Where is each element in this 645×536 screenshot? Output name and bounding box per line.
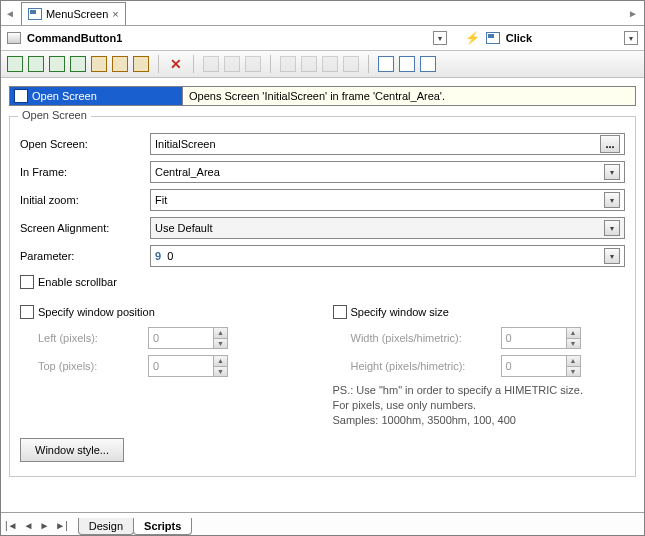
screen-alignment-label: Screen Alignment: [20, 222, 150, 234]
chevron-down-icon[interactable]: ▾ [604, 164, 620, 180]
tool-icon-2[interactable] [28, 56, 44, 72]
initial-zoom-field[interactable]: Fit ▾ [150, 189, 625, 211]
top-value: 0 [149, 356, 213, 376]
object-selector-label: CommandButton1 [27, 32, 122, 44]
specify-position-row[interactable]: Specify window position [20, 305, 313, 319]
spin-down-icon: ▼ [213, 366, 227, 377]
event-selector-label: Click [506, 32, 532, 44]
open-screen-group: Open Screen Open Screen: InitialScreen .… [9, 116, 636, 477]
left-stepper: 0 ▲▼ [148, 327, 228, 349]
tool-icon-4[interactable] [70, 56, 86, 72]
in-frame-field[interactable]: Central_Area ▾ [150, 161, 625, 183]
nav-first-icon[interactable]: |◄ [5, 520, 18, 531]
tab-scroll-left-icon[interactable]: ◄ [5, 8, 15, 19]
editor-tab-menuscreen[interactable]: MenuScreen × [21, 2, 126, 25]
window-style-label: Window style... [35, 444, 109, 456]
specify-position-label: Specify window position [38, 306, 155, 318]
specify-position-checkbox[interactable] [20, 305, 34, 319]
tool-icon-doc2[interactable] [399, 56, 415, 72]
in-frame-label: In Frame: [20, 166, 150, 178]
tool-icon-5[interactable] [91, 56, 107, 72]
top-label: Top (pixels): [20, 360, 148, 372]
in-frame-value: Central_Area [155, 166, 220, 178]
width-label: Width (pixels/himetric): [333, 332, 501, 344]
tool-disabled-1 [203, 56, 219, 72]
open-screen-icon [14, 89, 28, 103]
enable-scrollbar-checkbox[interactable] [20, 275, 34, 289]
tool-disabled-4 [280, 56, 296, 72]
width-value: 0 [502, 328, 566, 348]
action-toolbar: ✕ [1, 51, 644, 78]
event-icon: ⚡ [465, 31, 480, 45]
action-description-cell: Opens Screen 'InitialScreen' in frame 'C… [182, 87, 635, 105]
enable-scrollbar-row[interactable]: Enable scrollbar [20, 275, 625, 289]
left-value: 0 [149, 328, 213, 348]
width-stepper: 0 ▲▼ [501, 327, 581, 349]
tool-disabled-5 [301, 56, 317, 72]
specify-size-row[interactable]: Specify window size [333, 305, 626, 319]
group-title: Open Screen [18, 109, 91, 121]
tool-icon-6[interactable] [112, 56, 128, 72]
app-window: { "tab": { "title": "MenuScreen" }, "sel… [0, 0, 645, 536]
nav-prev-icon[interactable]: ◄ [24, 520, 34, 531]
spin-down-icon: ▼ [566, 366, 580, 377]
object-dropdown-icon[interactable]: ▾ [433, 31, 447, 45]
initial-zoom-label: Initial zoom: [20, 194, 150, 206]
tab-nav-buttons: |◄ ◄ ► ►| [5, 520, 68, 531]
toolbar-sep-3 [270, 55, 271, 73]
action-description-text: Opens Screen 'InitialScreen' in frame 'C… [189, 90, 445, 102]
specify-size-label: Specify window size [351, 306, 449, 318]
toolbar-sep-2 [193, 55, 194, 73]
spin-down-icon: ▼ [566, 338, 580, 349]
chevron-down-icon[interactable]: ▾ [604, 248, 620, 264]
tool-icon-3[interactable] [49, 56, 65, 72]
tab-title: MenuScreen [46, 8, 108, 20]
chevron-down-icon[interactable]: ▾ [604, 192, 620, 208]
nav-last-icon[interactable]: ►| [55, 520, 68, 531]
tool-disabled-3 [245, 56, 261, 72]
parameter-field[interactable]: 9 0 ▾ [150, 245, 625, 267]
height-stepper: 0 ▲▼ [501, 355, 581, 377]
specify-size-checkbox[interactable] [333, 305, 347, 319]
tab-scripts[interactable]: Scripts [133, 518, 192, 535]
himetric-hint: PS.: Use "hm" in order to specify a HIME… [333, 383, 626, 428]
open-screen-value: InitialScreen [155, 138, 216, 150]
content-area: Open Screen Opens Screen 'InitialScreen'… [1, 78, 644, 512]
screen-alignment-value: Use Default [155, 222, 212, 234]
window-style-button[interactable]: Window style... [20, 438, 124, 462]
parameter-value: 0 [167, 250, 173, 262]
height-value: 0 [502, 356, 566, 376]
script-icon [486, 32, 500, 44]
open-screen-field[interactable]: InitialScreen ... [150, 133, 625, 155]
browse-button[interactable]: ... [600, 135, 620, 153]
spin-up-icon: ▲ [566, 356, 580, 366]
toolbar-sep-4 [368, 55, 369, 73]
chevron-down-icon[interactable]: ▾ [604, 220, 620, 236]
spin-up-icon: ▲ [213, 328, 227, 338]
nav-next-icon[interactable]: ► [39, 520, 49, 531]
spin-down-icon: ▼ [213, 338, 227, 349]
tool-icon-1[interactable] [7, 56, 23, 72]
action-name-text: Open Screen [32, 90, 97, 102]
tab-scroll-right-icon[interactable]: ► [628, 8, 638, 19]
event-dropdown-icon[interactable]: ▾ [624, 31, 638, 45]
tool-icon-doc1[interactable] [378, 56, 394, 72]
tab-design[interactable]: Design [78, 518, 134, 535]
action-name-cell[interactable]: Open Screen [10, 87, 182, 105]
tool-icon-doc3[interactable] [420, 56, 436, 72]
open-screen-label: Open Screen: [20, 138, 150, 150]
tool-disabled-2 [224, 56, 240, 72]
action-selector-row: Open Screen Opens Screen 'InitialScreen'… [9, 86, 636, 106]
screen-icon [28, 8, 42, 20]
initial-zoom-value: Fit [155, 194, 167, 206]
button-icon [7, 32, 21, 44]
spin-up-icon: ▲ [566, 328, 580, 338]
delete-icon[interactable]: ✕ [168, 56, 184, 72]
screen-alignment-field[interactable]: Use Default ▾ [150, 217, 625, 239]
height-label: Height (pixels/himetric): [333, 360, 501, 372]
spin-up-icon: ▲ [213, 356, 227, 366]
top-stepper: 0 ▲▼ [148, 355, 228, 377]
tool-icon-7[interactable] [133, 56, 149, 72]
parameter-hint-number: 9 [155, 250, 161, 262]
close-icon[interactable]: × [112, 8, 118, 20]
